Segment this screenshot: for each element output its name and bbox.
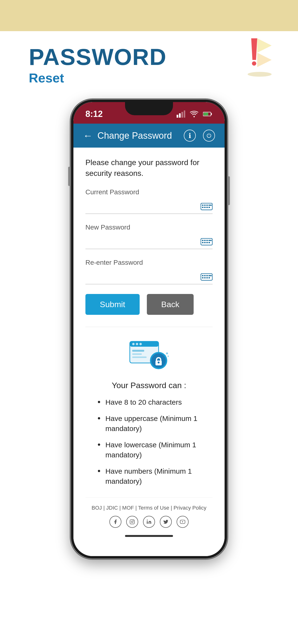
svg-rect-8: [184, 110, 185, 118]
keyboard-icon-new[interactable]: [201, 238, 213, 247]
svg-point-9: [194, 116, 195, 118]
current-password-input[interactable]: [85, 198, 213, 211]
svg-point-1: [252, 61, 256, 66]
svg-rect-19: [204, 207, 206, 208]
svg-point-57: [165, 354, 166, 356]
status-bar: 8:12: [73, 102, 225, 124]
svg-rect-17: [209, 204, 210, 206]
svg-rect-58: [130, 520, 134, 524]
svg-rect-14: [202, 204, 203, 206]
app-footer: BOJ | JDIC | MOF | Terms of Use | Privac…: [85, 498, 213, 546]
svg-rect-16: [206, 204, 208, 206]
reenter-password-label: Re-enter Password: [85, 259, 213, 266]
svg-point-54: [158, 362, 160, 364]
svg-rect-23: [201, 238, 212, 245]
facebook-icon[interactable]: [109, 516, 121, 528]
pw-rule-4: Have numbers (Minimum 1 mandatory): [97, 466, 201, 486]
power-icon[interactable]: [203, 130, 215, 142]
footer-social-icons: [90, 516, 208, 528]
youtube-icon[interactable]: [177, 516, 189, 528]
reenter-password-wrapper: [85, 269, 213, 284]
svg-rect-32: [210, 240, 212, 241]
battery-icon: [203, 112, 213, 117]
current-password-field: Current Password: [85, 188, 213, 214]
app-content: Please change your password for security…: [73, 148, 225, 556]
keyboard-icon-reenter[interactable]: [201, 273, 213, 282]
svg-rect-27: [209, 240, 210, 241]
svg-rect-48: [132, 350, 144, 352]
app-header-title: Change Password: [97, 130, 184, 141]
svg-rect-31: [209, 242, 210, 243]
svg-rect-24: [202, 240, 203, 241]
svg-marker-2: [257, 38, 272, 53]
svg-point-46: [136, 343, 138, 345]
svg-point-55: [166, 352, 168, 354]
back-arrow-icon[interactable]: ←: [83, 130, 93, 141]
svg-point-45: [132, 343, 135, 345]
svg-rect-25: [204, 240, 206, 241]
svg-marker-62: [182, 521, 183, 522]
svg-rect-15: [204, 204, 206, 206]
reenter-password-field: Re-enter Password: [85, 259, 213, 284]
svg-rect-37: [209, 275, 210, 276]
svg-rect-50: [132, 356, 146, 358]
page-header: PASSWORD Reset: [0, 31, 298, 95]
svg-rect-36: [206, 275, 208, 276]
pw-rule-1: Have 8 to 20 characters: [97, 397, 201, 407]
linkedin-icon[interactable]: [143, 516, 155, 528]
pw-rule-3: Have lowercase (Minimum 1 mandatory): [97, 440, 201, 460]
svg-rect-29: [204, 242, 206, 243]
svg-rect-7: [181, 112, 183, 118]
password-info-section: Your Password can : Have 8 to 20 charact…: [85, 336, 213, 492]
new-password-field: New Password: [85, 224, 213, 249]
svg-rect-6: [179, 113, 181, 118]
app-header-icons: ℹ: [184, 130, 215, 142]
svg-rect-13: [201, 203, 212, 210]
svg-point-61: [147, 520, 148, 520]
wifi-icon: [190, 111, 198, 118]
svg-point-60: [133, 520, 134, 521]
signal-icon: [177, 110, 185, 118]
top-banner: [0, 0, 298, 31]
svg-rect-20: [206, 207, 208, 208]
svg-rect-30: [206, 242, 208, 243]
new-password-label: New Password: [85, 224, 213, 231]
svg-rect-18: [202, 207, 203, 208]
security-message: Please change your password for security…: [85, 157, 213, 179]
new-password-wrapper: [85, 234, 213, 249]
svg-point-59: [131, 521, 133, 522]
svg-rect-35: [204, 275, 206, 276]
svg-rect-11: [211, 113, 212, 115]
home-indicator: [125, 535, 173, 537]
back-button[interactable]: Back: [147, 294, 194, 315]
decorative-flag: [231, 36, 279, 84]
svg-point-4: [248, 72, 272, 77]
current-password-label: Current Password: [85, 188, 213, 196]
svg-rect-12: [203, 112, 208, 116]
footer-links: BOJ | JDIC | MOF | Terms of Use | Privac…: [90, 505, 208, 511]
svg-rect-22: [210, 204, 212, 206]
svg-rect-21: [209, 207, 210, 208]
svg-rect-39: [204, 277, 206, 278]
keyboard-icon-current[interactable]: [201, 203, 213, 212]
svg-point-56: [168, 356, 169, 357]
pw-rules-list: Have 8 to 20 characters Have uppercase (…: [93, 397, 205, 492]
button-row: Submit Back: [85, 294, 213, 315]
svg-rect-41: [209, 277, 210, 278]
app-header: ← Change Password ℹ: [73, 124, 225, 148]
phone-wrapper: 8:12: [0, 100, 298, 578]
status-time: 8:12: [85, 109, 103, 119]
svg-rect-33: [201, 274, 212, 280]
info-icon[interactable]: ℹ: [184, 130, 196, 142]
svg-rect-34: [202, 275, 203, 276]
security-illustration: [127, 336, 171, 374]
twitter-icon[interactable]: [160, 516, 172, 528]
reenter-password-input[interactable]: [85, 269, 213, 282]
submit-button[interactable]: Submit: [85, 294, 140, 315]
svg-point-47: [139, 343, 142, 345]
new-password-input[interactable]: [85, 234, 213, 246]
section-divider: [85, 327, 213, 327]
svg-rect-38: [202, 277, 203, 278]
instagram-icon[interactable]: [126, 516, 138, 528]
current-password-wrapper: [85, 198, 213, 214]
